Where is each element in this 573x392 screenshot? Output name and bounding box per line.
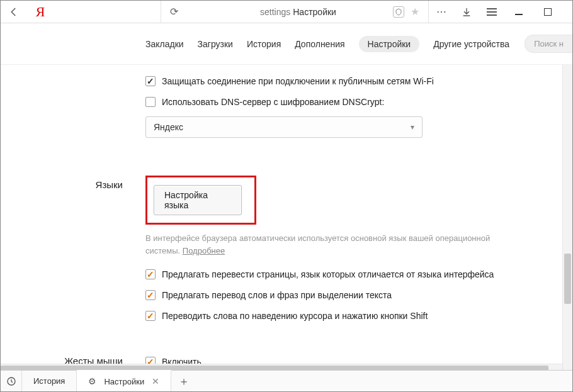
scrollbar-thumb[interactable] <box>564 254 571 304</box>
tab-label: Настройки <box>104 377 144 386</box>
checkbox-protect-wifi[interactable]: Защищать соединение при подключении к пу… <box>145 71 547 92</box>
nav-tab-bookmarks[interactable]: Закладки <box>145 39 184 49</box>
statusbar: История ⚙ Настройки ✕ ＋ <box>1 370 572 391</box>
protect-icon[interactable] <box>393 6 404 18</box>
checkbox-icon <box>145 269 156 279</box>
nav-tab-downloads[interactable]: Загрузки <box>198 39 233 49</box>
select-value: Яндекс <box>154 122 183 132</box>
section-security-tail: Защищать соединение при подключении к пу… <box>1 65 572 144</box>
checkbox-label: Предлагать перевод слов и фраз при выдел… <box>162 289 392 302</box>
bookmark-star-icon[interactable]: ★ <box>411 6 419 18</box>
checkbox-label: Переводить слова по наведению курсора и … <box>162 310 428 323</box>
settings-nav: Закладки Загрузки История Дополнения Нас… <box>1 23 572 65</box>
menu-button[interactable] <box>479 1 504 23</box>
titlebar-right: ⋯ ✕ <box>429 1 573 23</box>
checkbox-translate-selection[interactable]: Предлагать перевод слов и фраз при выдел… <box>145 285 547 306</box>
settings-search[interactable]: Поиск н <box>525 35 572 53</box>
checkbox-label: Предлагать перевести страницы, язык кото… <box>162 268 494 281</box>
nav-tab-other-devices[interactable]: Другие устройства <box>433 39 509 49</box>
back-button[interactable] <box>1 6 27 18</box>
checkbox-dnscrypt[interactable]: Использовать DNS-сервер с шифрованием DN… <box>145 92 547 113</box>
checkbox-translate-pages[interactable]: Предлагать перевести страницы, язык кото… <box>145 264 547 285</box>
titlebar-left: Я <box>1 1 54 23</box>
more-button[interactable]: ⋯ <box>429 1 454 23</box>
statusbar-tab-settings[interactable]: ⚙ Настройки ✕ <box>77 370 171 391</box>
nav-tab-extensions[interactable]: Дополнения <box>295 39 344 49</box>
tab-title: settings Настройки <box>260 7 336 17</box>
window-minimize[interactable] <box>504 1 533 23</box>
section-label-languages: Языки <box>1 176 145 327</box>
nav-tab-history[interactable]: История <box>247 39 281 49</box>
checkbox-icon <box>145 290 156 300</box>
content-area: Защищать соединение при подключении к пу… <box>1 65 572 374</box>
checkbox-label: Защищать соединение при подключении к пу… <box>162 75 434 88</box>
gear-icon: ⚙ <box>88 376 96 386</box>
checkbox-icon <box>145 76 156 86</box>
window-maximize[interactable] <box>533 1 562 23</box>
address-tab[interactable]: ⟳ settings Настройки ★ <box>161 1 429 23</box>
checkbox-icon <box>145 311 156 321</box>
language-hint: В интерфейсе браузера автоматически испо… <box>145 232 523 257</box>
checkbox-label: Использовать DNS-сервер с шифрованием DN… <box>162 96 384 109</box>
section-languages: Языки Настройка языка В интерфейсе брауз… <box>1 169 572 333</box>
reload-icon[interactable]: ⟳ <box>170 6 178 18</box>
chevron-down-icon: ▾ <box>411 123 414 132</box>
dns-provider-select[interactable]: Яндекс ▾ <box>145 116 423 138</box>
window-close[interactable]: ✕ <box>562 1 573 23</box>
tab-label: История <box>33 376 65 386</box>
titlebar: Я ⟳ settings Настройки ★ ⋯ ✕ <box>1 1 572 23</box>
new-tab-button[interactable]: ＋ <box>171 371 196 391</box>
nav-tab-settings[interactable]: Настройки <box>359 36 420 52</box>
close-tab-icon[interactable]: ✕ <box>152 376 159 386</box>
checkbox-translate-hover[interactable]: Переводить слова по наведению курсора и … <box>145 306 547 327</box>
downloads-button[interactable] <box>454 1 479 23</box>
checkbox-icon <box>145 97 156 107</box>
history-icon[interactable] <box>1 371 22 391</box>
yandex-logo[interactable]: Я <box>27 4 54 20</box>
vertical-scrollbar[interactable] <box>562 65 572 374</box>
statusbar-tab-history[interactable]: История <box>22 371 77 391</box>
learn-more-link[interactable]: Подробнее <box>183 246 225 255</box>
language-settings-button[interactable]: Настройка языка <box>154 185 242 215</box>
language-settings-highlight: Настройка языка <box>145 176 256 225</box>
